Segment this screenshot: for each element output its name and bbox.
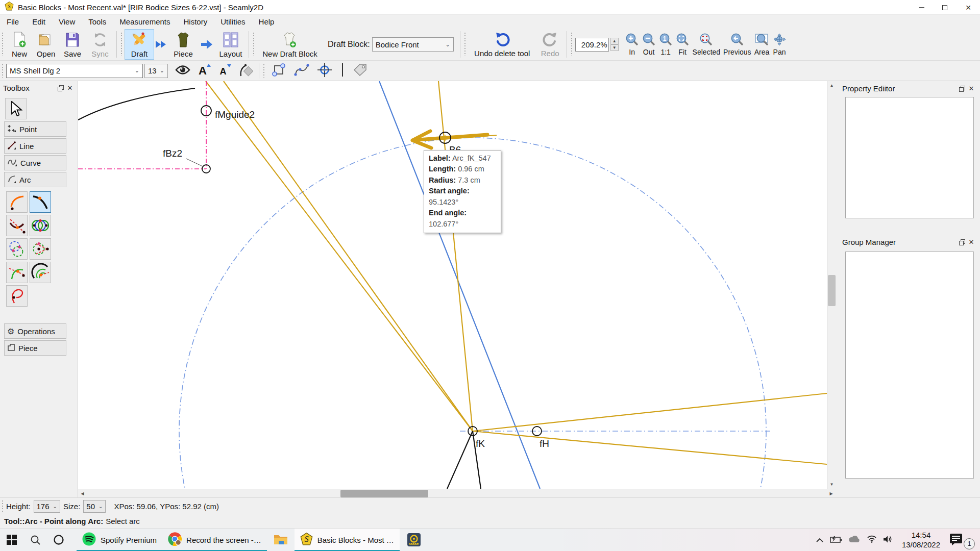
scroll-down-icon[interactable]: ▼ (827, 480, 836, 489)
taskbar-seamlyme-button[interactable] (400, 529, 428, 551)
close-button[interactable]: ✕ (957, 0, 980, 15)
arc-tool-point-from-circle-tangent[interactable] (30, 238, 51, 260)
menu-utilities[interactable]: Utilities (214, 15, 252, 28)
label-marker-icon[interactable] (239, 63, 253, 79)
battery-icon[interactable] (830, 536, 842, 545)
zoom-level-input[interactable]: 209.2% (575, 38, 609, 52)
windows-logo-icon (7, 535, 17, 545)
close-panel-icon[interactable]: ✕ (967, 238, 976, 247)
zoom-in-button[interactable]: In (624, 32, 641, 57)
layout-mode-button[interactable]: Layout (215, 30, 247, 59)
toolbox-category-piece[interactable]: Piece (4, 340, 66, 356)
menu-help[interactable]: Help (252, 15, 281, 28)
toolbox-category-point[interactable]: Point (4, 121, 66, 137)
double-arrow-icon (154, 39, 168, 49)
pan-button[interactable]: Pan (771, 32, 788, 57)
taskbar-search-button[interactable] (23, 529, 47, 551)
arc-tool-intersect-circles[interactable] (6, 238, 28, 260)
menu-file[interactable]: File (0, 15, 26, 28)
onedrive-cloud-icon[interactable] (848, 535, 861, 545)
open-button[interactable]: Open (33, 30, 59, 59)
increase-font-button[interactable]: A (198, 63, 211, 79)
maximize-button[interactable] (933, 0, 957, 15)
scroll-up-icon[interactable]: ▲ (827, 81, 836, 90)
float-panel-icon[interactable] (958, 238, 967, 247)
point-label-fmguide2[interactable]: fMguide2 (215, 109, 255, 120)
arc-tool-radius-angles[interactable] (6, 191, 28, 213)
taskbar-file-explorer-button[interactable] (267, 529, 295, 551)
horizontal-scroll-thumb[interactable] (340, 490, 428, 497)
notification-badge[interactable]: 1 (964, 538, 975, 549)
new-button[interactable]: New (6, 30, 33, 59)
tag-icon[interactable] (353, 63, 368, 79)
menu-edit[interactable]: Edit (26, 15, 52, 28)
menu-view[interactable]: View (52, 15, 82, 28)
menu-history[interactable]: History (177, 15, 214, 28)
zoom-previous-button[interactable]: Previous (722, 32, 752, 57)
close-panel-icon[interactable]: ✕ (967, 84, 976, 93)
zoom-1to1-button[interactable]: 1 1:1 (657, 32, 674, 57)
arc-tool-tangent[interactable] (6, 262, 28, 283)
curve-nodes-icon[interactable] (293, 62, 310, 80)
vertical-scrollbar[interactable]: ▲ ▼ (827, 81, 836, 489)
crosshair-icon[interactable] (317, 62, 332, 80)
point-label-fh[interactable]: fH (540, 438, 549, 449)
taskbar-clock[interactable]: 14:54 13/08/2022 (902, 531, 940, 550)
drawing-canvas[interactable]: fMguide2 fBz2 B6 fK fH Label: Arc_fK_547… (78, 81, 827, 489)
sync-button: Sync (86, 30, 114, 59)
minimize-button[interactable] (910, 0, 933, 15)
draft-block-select[interactable]: Bodice Front ⌄ (372, 37, 454, 52)
toolbox-category-operations[interactable]: ⚙ Operations (4, 323, 66, 339)
zoom-fit-icon (676, 33, 690, 48)
arc-tool-elliptical[interactable] (6, 285, 28, 307)
height-select[interactable]: 176 ⌄ (34, 500, 60, 513)
scroll-right-icon[interactable]: ▶ (827, 489, 836, 498)
arc-tool-cut[interactable] (6, 215, 28, 236)
zoom-fit-button[interactable]: Fit (674, 32, 691, 57)
toolbox-category-curve[interactable]: Curve (4, 155, 66, 170)
taskbar-app-seamly2d[interactable]: S Basic Blocks - Most … (295, 529, 400, 551)
taskbar-app-spotify[interactable]: Spotify Premium (77, 529, 162, 551)
select-tool-button[interactable] (5, 98, 27, 119)
close-panel-icon[interactable]: ✕ (65, 84, 75, 93)
notification-center-icon[interactable] (949, 533, 963, 547)
menu-tools[interactable]: Tools (82, 15, 113, 28)
vertical-axis-icon[interactable] (340, 62, 345, 80)
wifi-icon[interactable] (867, 535, 877, 545)
start-button[interactable] (0, 529, 23, 551)
toolbox-category-line[interactable]: Line (4, 138, 66, 154)
piece-mode-button[interactable]: Piece (168, 30, 199, 59)
zoom-out-button[interactable]: Out (641, 32, 657, 57)
union-tool-icon[interactable] (271, 62, 286, 80)
cortana-button[interactable] (47, 529, 70, 551)
tray-chevron-up-icon[interactable] (816, 536, 824, 545)
zoom-spinner[interactable]: ▲▼ (610, 38, 619, 51)
point-label-fk[interactable]: fK (476, 438, 485, 449)
speaker-icon[interactable] (883, 535, 893, 545)
font-size-select[interactable]: 13 ⌄ (144, 64, 168, 78)
taskbar-app-chrome[interactable]: Record the screen -… (162, 529, 267, 551)
zoom-area-button[interactable]: Area (753, 32, 771, 57)
save-button[interactable]: Save (59, 30, 86, 59)
arc-tool-intersect-arcs[interactable] (30, 215, 51, 236)
arc-tool-concentric[interactable] (30, 262, 51, 283)
zoom-selected-button[interactable]: Selected (691, 32, 722, 57)
draft-mode-button[interactable]: Draft (125, 30, 154, 59)
float-panel-icon[interactable] (56, 84, 65, 93)
font-select[interactable]: MS Shell Dlg 2 ⌄ (6, 64, 143, 78)
pattern-drawing: fMguide2 fBz2 B6 fK fH (78, 81, 827, 489)
point-label-fbz2[interactable]: fBz2 (163, 148, 182, 159)
menu-measurements[interactable]: Measurements (113, 15, 177, 28)
float-panel-icon[interactable] (958, 84, 967, 93)
vertical-scroll-thumb[interactable] (828, 275, 836, 306)
arc-tool-point-along-arc[interactable] (30, 191, 51, 213)
undo-button[interactable]: Undo delete tool (469, 30, 536, 59)
toolbox-category-arc[interactable]: Arc (4, 172, 66, 187)
scroll-left-icon[interactable]: ◀ (78, 489, 87, 498)
construction-line-blue (379, 81, 540, 489)
decrease-font-button[interactable]: A (218, 63, 232, 79)
size-select[interactable]: 50 ⌄ (83, 500, 106, 513)
new-draft-block-button[interactable]: New Draft Block (257, 30, 323, 59)
show-labels-eye-icon[interactable] (175, 65, 190, 77)
horizontal-scrollbar[interactable]: ◀ ▶ (78, 489, 836, 497)
